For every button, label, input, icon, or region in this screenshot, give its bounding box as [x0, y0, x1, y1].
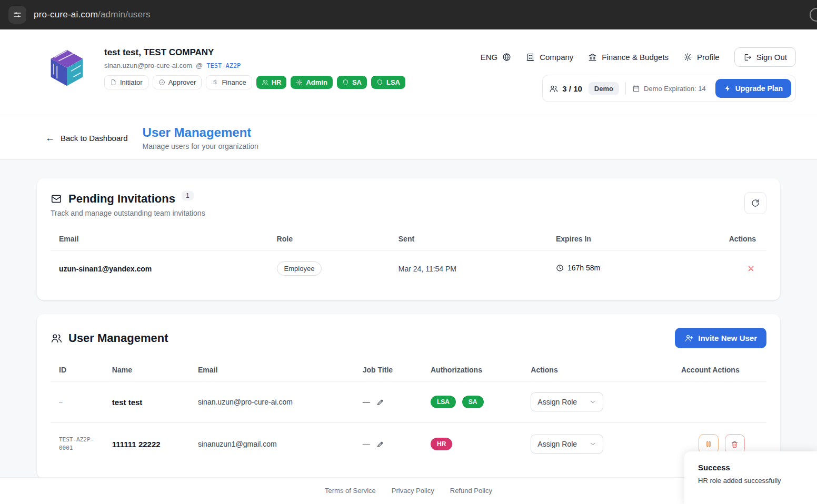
footer-link-privacy[interactable]: Privacy Policy: [392, 487, 434, 495]
auth-badge-lsa: LSA: [431, 396, 456, 408]
back-to-dashboard-link[interactable]: ← Back to Dashboard: [45, 133, 128, 144]
user-email: sinanuzun1@gmail.com: [194, 423, 358, 466]
invitation-row: uzun-sinan1@yandex.com Employee Mar 24, …: [51, 250, 766, 287]
edit-job-title-button[interactable]: [376, 440, 384, 448]
badge-initiator: Initiator: [104, 75, 148, 89]
company-info: test test, TEST COMPANY sinan.uzun@pro-c…: [104, 47, 405, 89]
col-job-title: Job Title: [358, 359, 426, 381]
pause-icon: [705, 440, 712, 448]
users-table: ID Name Email Job Title Authorizations A…: [51, 359, 766, 465]
company-title: test test, TEST COMPANY: [104, 47, 405, 58]
pending-subtitle: Track and manage outstanding team invita…: [51, 209, 205, 217]
invite-new-user-button[interactable]: Invite New User: [675, 328, 766, 348]
page-subheader: ← Back to Dashboard User Management Mana…: [0, 116, 817, 160]
col-id: ID: [51, 359, 108, 381]
col-email: Email: [194, 359, 358, 381]
invitation-email: uzun-sinan1@yandex.com: [51, 250, 273, 287]
sign-out-label: Sign Out: [756, 53, 787, 62]
job-title-value: —: [363, 398, 370, 406]
badge-label: Finance: [222, 78, 246, 86]
nav-label: Finance & Budgets: [602, 53, 669, 62]
chevron-down-icon: [589, 440, 596, 448]
cancel-invitation-button[interactable]: [746, 264, 756, 274]
col-expires: Expires In: [552, 228, 716, 250]
invite-new-user-label: Invite New User: [698, 334, 757, 342]
auth-badge-sa: SA: [462, 396, 484, 408]
close-icon: [747, 265, 755, 273]
top-nav: ENG Company Finance & Budgets Profile Si…: [481, 47, 796, 67]
user-id: TEST-AZ2P-0001: [51, 423, 108, 466]
page-subtitle: Manage users for your organization: [143, 142, 258, 150]
assign-role-select[interactable]: Assign Role: [531, 392, 603, 411]
col-actions: Actions: [526, 359, 677, 381]
pending-invitations-card: Pending Invitations 1 Track and manage o…: [37, 178, 780, 300]
badge-approver: Approver: [153, 75, 202, 89]
at-separator: @: [196, 62, 203, 69]
calendar-icon: [632, 85, 640, 93]
footer-link-refund[interactable]: Refund Policy: [450, 487, 492, 495]
edit-job-title-button[interactable]: [376, 398, 384, 406]
page-title: User Management: [143, 125, 258, 140]
assign-role-label: Assign Role: [537, 440, 577, 448]
plan-badge: Demo: [589, 82, 619, 95]
user-name: test test: [108, 381, 194, 423]
browser-address-bar: pro-cure-ai.com/admin/users: [0, 0, 817, 29]
badge-lsa: LSA: [371, 76, 405, 89]
user-name: 111111 22222: [108, 423, 194, 466]
main-content: Pending Invitations 1 Track and manage o…: [0, 160, 817, 477]
upgrade-plan-button[interactable]: Upgrade Plan: [715, 79, 791, 98]
header-right: ENG Company Finance & Budgets Profile Si…: [481, 47, 796, 102]
browser-profile-icon[interactable]: [810, 8, 817, 22]
pending-title: Pending Invitations: [68, 192, 175, 206]
nav-company[interactable]: Company: [526, 53, 573, 62]
refresh-button[interactable]: [744, 192, 766, 214]
url-path: /admin/users: [98, 9, 151, 19]
sign-out-button[interactable]: Sign Out: [734, 47, 796, 67]
nav-profile[interactable]: Profile: [683, 53, 720, 62]
lightning-icon: [724, 85, 731, 92]
users-icon: [549, 84, 558, 93]
toast-title: Success: [698, 463, 803, 472]
col-email: Email: [51, 228, 273, 250]
shield-icon: [342, 79, 349, 86]
users-title: User Management: [68, 331, 168, 345]
role-badge-row: Initiator Approver Finance HR Admin SA: [104, 75, 405, 89]
chevron-down-icon: [589, 398, 596, 406]
document-icon: [110, 79, 117, 86]
url-text[interactable]: pro-cure-ai.com/admin/users: [34, 9, 151, 20]
user-plus-icon: [684, 334, 693, 342]
clock-icon: [556, 264, 564, 272]
user-id: –: [51, 381, 108, 423]
col-role: Role: [273, 228, 394, 250]
refresh-icon: [751, 198, 760, 208]
company-logo: [46, 47, 87, 88]
divider: [625, 82, 626, 95]
pencil-icon: [376, 440, 384, 448]
badge-label: HR: [272, 78, 282, 86]
job-title-value: —: [363, 440, 370, 448]
users-icon: [51, 332, 62, 344]
user-management-card: User Management Invite New User ID Name …: [37, 314, 780, 477]
globe-icon: [502, 53, 511, 62]
badge-label: Admin: [306, 78, 327, 86]
building-icon: [526, 53, 535, 62]
language-selector[interactable]: ENG: [481, 53, 512, 62]
col-account-actions: Account Actions: [677, 359, 766, 381]
toast-success: Success HR role added successfully: [684, 451, 817, 504]
browser-menu-button[interactable]: [8, 6, 26, 24]
mail-icon: [51, 193, 62, 205]
pending-count-badge: 1: [182, 191, 194, 200]
nav-label: Company: [540, 53, 573, 62]
user-row: TEST-AZ2P-0001 111111 22222 sinanuzun1@g…: [51, 423, 766, 466]
pending-invitations-table: Email Role Sent Expires In Actions uzun-…: [51, 228, 766, 287]
pencil-icon: [376, 398, 384, 406]
user-email: sinan.uzun@pro-cure-ai.com: [104, 62, 192, 69]
assign-role-select[interactable]: Assign Role: [531, 435, 603, 453]
footer-link-terms[interactable]: Terms of Service: [325, 487, 376, 495]
badge-label: SA: [352, 78, 362, 86]
tenant-code[interactable]: TEST-AZ2P: [206, 62, 241, 69]
url-host: pro-cure-ai.com: [34, 9, 98, 19]
dollar-icon: [212, 79, 218, 86]
col-name: Name: [108, 359, 194, 381]
nav-finance-budgets[interactable]: Finance & Budgets: [588, 53, 669, 62]
